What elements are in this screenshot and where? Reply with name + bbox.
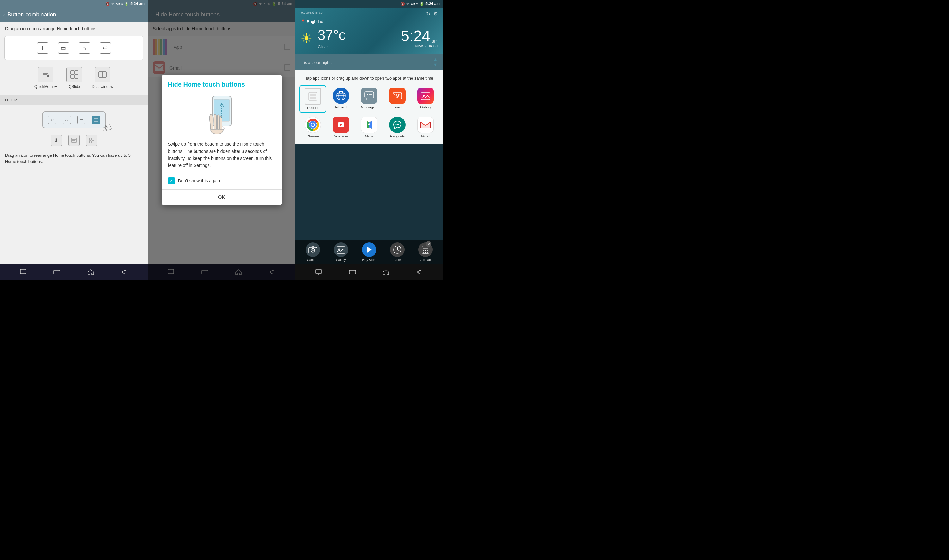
- svg-rect-37: [313, 94, 316, 96]
- panel1-body: Drag an icon to rearrange Home touch but…: [0, 22, 148, 264]
- dialog-body-text: Swipe up from the bottom to use the Home…: [162, 141, 282, 174]
- nav-home-btn-3[interactable]: [380, 268, 392, 277]
- app-youtube[interactable]: YouTube: [327, 114, 354, 141]
- weather-right: 5:24 am Mon, Jun 30: [401, 28, 438, 48]
- qslide-label: QSlide: [69, 85, 80, 89]
- nav-multitask-btn-1[interactable]: [51, 268, 63, 277]
- app-grid: Recent Internet: [298, 85, 440, 141]
- email-label: E-mail: [393, 105, 403, 109]
- app-internet[interactable]: Internet: [327, 85, 354, 113]
- dialog-checkbox[interactable]: ✓: [168, 177, 175, 184]
- panel1-header: ‹ Button combination: [0, 8, 148, 22]
- app-gallery-top[interactable]: Gallery: [412, 85, 439, 113]
- chrome-label: Chrome: [307, 134, 319, 138]
- app-messaging[interactable]: Messaging: [356, 85, 383, 113]
- settings-icon[interactable]: ⚙: [434, 11, 438, 17]
- dialog-ok-button[interactable]: OK: [162, 189, 282, 205]
- time-1: 5:24 am: [130, 2, 145, 6]
- dock-calculator[interactable]: ✕ Calculator: [418, 242, 433, 262]
- app-gmail[interactable]: Gmail: [412, 114, 439, 141]
- notification-banner: It is a clear night. ▲ ▼: [295, 54, 443, 71]
- scroll-down-icon[interactable]: ▼: [433, 62, 438, 67]
- nav-multitask-icon[interactable]: ▭: [58, 42, 69, 54]
- svg-point-84: [425, 252, 426, 253]
- maps-icon: [361, 117, 377, 133]
- refresh-icon[interactable]: ↻: [426, 11, 430, 17]
- svg-rect-16: [89, 138, 91, 140]
- nav-home-btn-1[interactable]: [85, 268, 96, 277]
- svg-rect-89: [349, 270, 356, 274]
- status-bar-1: 🔇 ✈ 89% 🔋 5:24 am: [0, 0, 148, 8]
- quickmemo-icon-item[interactable]: QuickMemo+: [34, 67, 57, 89]
- dialog-box: Hide Home touch buttons: [162, 75, 282, 205]
- back-arrow-icon[interactable]: ‹: [3, 12, 5, 18]
- svg-rect-39: [313, 97, 316, 99]
- airplane-icon: ✈: [111, 2, 114, 6]
- help-home-icon: ⌂: [63, 116, 71, 124]
- weather-widget: accuweather.com ↻ ⚙ 📍 Baghdad ☀ 37°c Cle…: [295, 8, 443, 54]
- scroll-up-icon[interactable]: ▲: [433, 57, 438, 62]
- dialog-illustration: [162, 91, 282, 141]
- svg-rect-8: [75, 75, 78, 78]
- app-email[interactable]: @ E-mail: [384, 85, 411, 113]
- dock-playstore[interactable]: Play Store: [362, 242, 377, 262]
- drawer-instruction: Tap app icons or drag up and down to ope…: [298, 74, 440, 85]
- hangouts-label: Hangouts: [390, 134, 405, 138]
- internet-icon: [333, 88, 349, 104]
- airplane-icon-3: ✈: [406, 2, 409, 6]
- hangouts-icon: [389, 117, 406, 133]
- time-3: 5:24 am: [426, 2, 440, 6]
- nav-multitask-btn-3[interactable]: [347, 268, 358, 277]
- app-recent-label: Recent: [307, 106, 318, 110]
- chrome-icon: [305, 117, 321, 133]
- small-icons-row: ⬇: [0, 135, 148, 149]
- messaging-icon: [361, 88, 377, 104]
- svg-point-72: [338, 248, 340, 250]
- recent-icon: [305, 88, 321, 105]
- svg-marker-73: [367, 246, 372, 253]
- svg-point-52: [423, 94, 425, 96]
- qslide-icon: [66, 67, 82, 83]
- svg-rect-20: [20, 269, 26, 274]
- weather-ampm: am: [432, 38, 438, 44]
- dock-gallery[interactable]: Gallery: [334, 242, 348, 262]
- dock-clock[interactable]: Clock: [390, 242, 404, 262]
- svg-rect-38: [310, 97, 313, 99]
- help-section-label: HELP: [0, 95, 148, 105]
- nav-notification-btn-3[interactable]: [313, 268, 324, 277]
- nav-notification-icon[interactable]: ⬇: [37, 42, 48, 54]
- svg-rect-71: [337, 246, 345, 254]
- nav-home-icon[interactable]: ⌂: [79, 42, 90, 54]
- weather-site: accuweather.com: [301, 11, 325, 14]
- gallery-dock-icon: [334, 242, 348, 257]
- app-chrome[interactable]: Chrome: [299, 114, 326, 141]
- mute-icon: 🔇: [105, 2, 110, 6]
- nav-bar-3: [295, 264, 443, 280]
- svg-text:@: @: [395, 94, 399, 98]
- svg-point-81: [425, 250, 426, 251]
- svg-point-82: [427, 250, 428, 251]
- nav-notification-btn-1[interactable]: [17, 268, 29, 277]
- dualwindow-icon-item[interactable]: Dual window: [92, 67, 113, 89]
- weather-desc: Clear: [318, 44, 346, 49]
- nav-back-btn-1[interactable]: [119, 268, 130, 277]
- homescreen-bg: Camera Gallery Play Stor: [295, 145, 443, 264]
- svg-rect-51: [421, 92, 430, 100]
- dualwindow-label: Dual window: [92, 85, 113, 89]
- help-dualwindow-icon: [92, 116, 100, 124]
- app-recent[interactable]: Recent: [299, 85, 326, 113]
- dock-camera[interactable]: Camera: [306, 242, 320, 262]
- qslide-icon-item[interactable]: QSlide: [66, 67, 82, 89]
- nav-back-icon[interactable]: ↩: [100, 42, 111, 54]
- app-maps[interactable]: Maps: [356, 114, 383, 141]
- weather-temp-block: 37°c Clear: [318, 27, 346, 49]
- svg-point-61: [396, 124, 397, 125]
- svg-rect-18: [89, 141, 91, 143]
- location-pin-icon: 📍: [301, 19, 306, 24]
- clock-dock-icon: [390, 242, 404, 257]
- clock-dock-label: Clock: [393, 258, 401, 262]
- quickmemo-label: QuickMemo+: [34, 85, 57, 89]
- svg-rect-7: [71, 75, 74, 78]
- nav-back-btn-3[interactable]: [414, 268, 426, 277]
- app-hangouts[interactable]: Hangouts: [384, 114, 411, 141]
